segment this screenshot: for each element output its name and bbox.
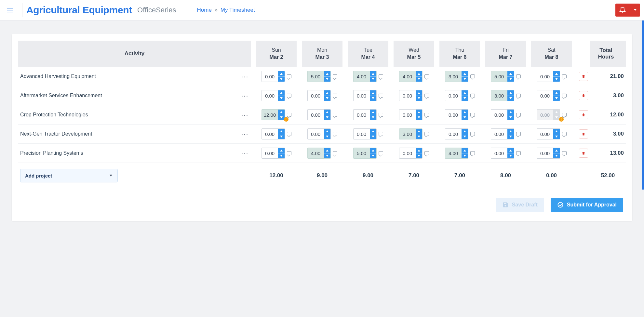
comment-icon[interactable] — [379, 94, 383, 98]
breadcrumb-current-link[interactable]: My Timesheet — [221, 7, 255, 13]
stepper-down-button[interactable] — [278, 96, 285, 101]
hours-input[interactable]: 0.00 — [307, 90, 331, 101]
stepper-down-button[interactable] — [370, 134, 376, 139]
hours-input[interactable]: 0.00 — [491, 109, 514, 120]
breadcrumb-home-link[interactable]: Home — [197, 7, 212, 13]
stepper-up-button[interactable] — [553, 90, 560, 96]
row-menu-button[interactable]: ··· — [239, 144, 251, 163]
comment-icon[interactable] — [333, 132, 337, 136]
stepper-up-button[interactable] — [324, 90, 330, 96]
stepper-up-button[interactable] — [370, 90, 376, 96]
comment-icon[interactable] — [333, 74, 337, 78]
stepper-up-button[interactable] — [370, 129, 376, 134]
comment-icon[interactable] — [470, 94, 475, 98]
comment-icon[interactable] — [424, 132, 429, 136]
stepper-down-button[interactable] — [507, 115, 514, 120]
comment-icon[interactable] — [562, 151, 567, 155]
stepper-down-button[interactable] — [416, 153, 422, 159]
hours-input[interactable]: 0.00 — [445, 90, 468, 101]
hours-input[interactable]: 0.00 — [353, 109, 377, 120]
comment-icon[interactable] — [379, 113, 383, 117]
stepper-down-button[interactable] — [507, 134, 514, 139]
stepper-up-button[interactable] — [553, 148, 560, 153]
comment-icon[interactable] — [516, 151, 521, 155]
hours-input[interactable]: 5.00 — [491, 71, 514, 82]
stepper-down-button[interactable] — [462, 96, 468, 101]
hours-input[interactable]: 3.00 — [399, 128, 423, 139]
hours-input[interactable]: 4.00 — [307, 148, 331, 159]
stepper-down-button[interactable] — [416, 76, 422, 82]
comment-icon[interactable] — [470, 113, 475, 117]
hours-input[interactable]: 0.00 — [262, 71, 285, 82]
comment-icon[interactable] — [333, 151, 337, 155]
stepper-up-button[interactable] — [507, 110, 514, 115]
hours-input[interactable]: 0.00 — [445, 109, 468, 120]
notifications-dropdown-button[interactable] — [630, 4, 640, 17]
hours-input[interactable]: 4.00 — [399, 71, 423, 82]
stepper-up-button[interactable] — [416, 110, 422, 115]
row-menu-button[interactable]: ··· — [239, 125, 251, 144]
stepper-up-button[interactable] — [278, 90, 285, 96]
comment-icon[interactable] — [562, 132, 567, 136]
comment-icon[interactable] — [516, 113, 521, 117]
stepper-down-button[interactable] — [462, 115, 468, 120]
comment-icon[interactable] — [470, 74, 475, 78]
comment-icon[interactable] — [424, 94, 429, 98]
hours-input[interactable]: 0.00 — [353, 90, 377, 101]
comment-icon[interactable] — [379, 132, 383, 136]
stepper-down-button[interactable] — [507, 153, 514, 159]
comment-icon[interactable] — [424, 74, 429, 78]
comment-icon[interactable] — [516, 74, 521, 78]
comment-icon[interactable] — [470, 151, 475, 155]
comment-icon[interactable] — [287, 151, 291, 155]
row-menu-button[interactable]: ··· — [239, 105, 251, 125]
stepper-up-button[interactable] — [507, 148, 514, 153]
stepper-up-button[interactable] — [416, 90, 422, 96]
stepper-down-button[interactable] — [553, 96, 560, 101]
hours-input[interactable]: 5.00 — [353, 148, 377, 159]
stepper-up-button[interactable] — [278, 129, 285, 134]
hours-input[interactable]: 0.00 — [262, 128, 285, 139]
stepper-down-button[interactable] — [416, 115, 422, 120]
comment-icon[interactable] — [333, 113, 337, 117]
stepper-down-button[interactable] — [462, 153, 468, 159]
comment-icon[interactable] — [287, 94, 291, 98]
stepper-down-button[interactable] — [278, 153, 285, 159]
stepper-up-button[interactable] — [462, 110, 468, 115]
comment-icon[interactable] — [424, 151, 429, 155]
comment-icon[interactable] — [287, 132, 291, 136]
stepper-down-button[interactable] — [462, 134, 468, 139]
stepper-up-button[interactable] — [416, 148, 422, 153]
stepper-up-button[interactable] — [462, 148, 468, 153]
delete-row-button[interactable] — [579, 149, 588, 158]
comment-icon[interactable] — [516, 132, 521, 136]
stepper-up-button[interactable] — [553, 71, 560, 76]
comment-icon[interactable] — [470, 132, 475, 136]
hours-input[interactable]: 3.00 — [445, 71, 468, 82]
hours-input[interactable]: 0.00 — [537, 109, 560, 120]
comment-icon[interactable] — [424, 113, 429, 117]
add-project-dropdown[interactable]: Add project — [20, 169, 118, 182]
hours-input[interactable]: 0.00 — [445, 128, 468, 139]
stepper-up-button[interactable] — [370, 71, 376, 76]
comment-icon[interactable] — [562, 74, 567, 78]
stepper-down-button[interactable] — [416, 96, 422, 101]
stepper-up-button[interactable] — [370, 148, 376, 153]
hours-input[interactable]: 3.00 — [491, 90, 514, 101]
stepper-down-button[interactable] — [462, 76, 468, 82]
submit-approval-button[interactable]: Submit for Approval — [551, 198, 623, 212]
stepper-down-button[interactable] — [370, 115, 376, 120]
stepper-up-button[interactable] — [278, 148, 285, 153]
stepper-down-button[interactable] — [507, 96, 514, 101]
hours-input[interactable]: 0.00 — [307, 109, 331, 120]
hours-input[interactable]: 0.00 — [307, 128, 331, 139]
stepper-up-button[interactable] — [507, 129, 514, 134]
comment-icon[interactable] — [379, 151, 383, 155]
comment-icon[interactable] — [516, 94, 521, 98]
comment-icon[interactable] — [287, 74, 291, 78]
stepper-down-button[interactable] — [324, 134, 330, 139]
stepper-up-button[interactable] — [324, 129, 330, 134]
stepper-up-button[interactable] — [324, 148, 330, 153]
hours-input[interactable]: 0.00 — [262, 148, 285, 159]
delete-row-button[interactable] — [579, 129, 588, 139]
